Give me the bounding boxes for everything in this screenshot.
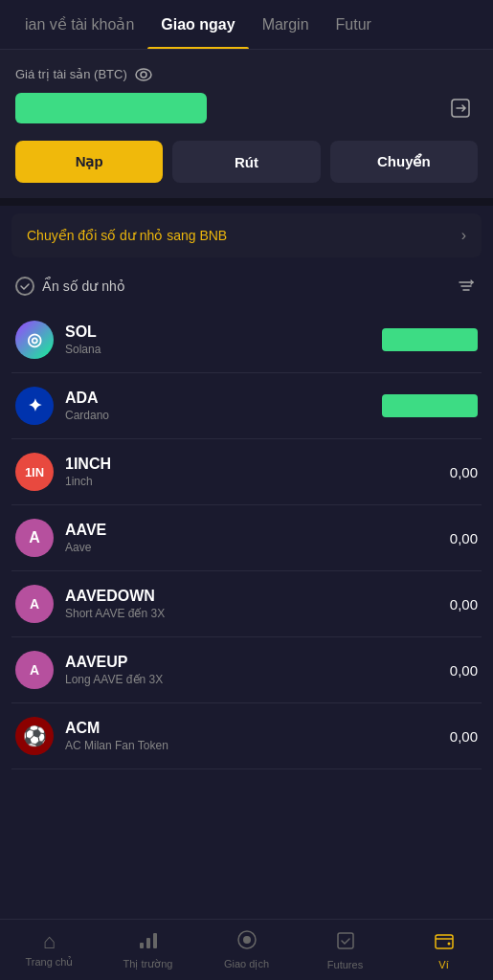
- ada-balance: [382, 394, 478, 417]
- coin-list: ◎ SOL Solana ✦ ADA Cardano 1​IN 1INCH 1i…: [0, 307, 493, 769]
- aaveup-balance: 0,00: [450, 662, 478, 679]
- nav-item-futures[interactable]: Futur: [323, 0, 385, 50]
- convert-banner[interactable]: Chuyển đổi số dư nhỏ sang BNB ›: [11, 213, 482, 257]
- acm-icon: ⚽: [15, 717, 54, 755]
- transfer-button[interactable]: Chuyển: [330, 141, 478, 183]
- ada-icon: ✦: [15, 387, 54, 425]
- top-navigation: ian về tài khoản Giao ngay Margin Futur: [0, 0, 493, 50]
- coin-item-aave[interactable]: A AAVE Aave 0,00: [11, 505, 482, 571]
- hide-small-balance-toggle[interactable]: Ẩn số dư nhỏ: [15, 277, 125, 296]
- acm-symbol: ACM: [65, 720, 450, 737]
- bottom-nav-trade[interactable]: Giao dịch: [197, 920, 296, 980]
- coin-item-aavedown[interactable]: A AAVEDOWN Short AAVE đến 3X 0,00: [11, 571, 482, 637]
- sol-symbol: SOL: [65, 323, 382, 341]
- bottom-navigation: ⌂ Trang chủ Thị trường Giao dịch: [0, 919, 493, 980]
- sol-balance: [382, 328, 478, 351]
- deposit-button[interactable]: Nạp: [15, 141, 163, 183]
- 1inch-info: 1INCH 1inch: [65, 456, 450, 488]
- nav-item-spot[interactable]: Giao ngay: [147, 0, 248, 50]
- eye-icon[interactable]: [135, 68, 152, 81]
- bottom-nav-market[interactable]: Thị trường: [99, 920, 197, 980]
- aaveup-symbol: AAVEUP: [65, 654, 450, 671]
- withdraw-button[interactable]: Rút: [172, 141, 320, 183]
- sol-name: Solana: [65, 343, 382, 356]
- section-divider: [0, 198, 493, 206]
- nav-item-margin[interactable]: Margin: [249, 0, 323, 50]
- trade-icon: [236, 929, 258, 954]
- coin-item-1inch[interactable]: 1​IN 1INCH 1inch 0,00: [11, 439, 482, 505]
- nav-item-account[interactable]: ian về tài khoản: [11, 0, 147, 50]
- aaveup-icon: A: [15, 651, 54, 689]
- market-icon: [138, 929, 159, 954]
- svg-rect-5: [153, 933, 157, 948]
- aavedown-balance: 0,00: [450, 596, 478, 612]
- svg-point-1: [141, 72, 146, 78]
- 1inch-icon: 1​IN: [15, 453, 54, 491]
- home-icon: ⌂: [43, 931, 56, 952]
- svg-point-0: [136, 69, 151, 80]
- aave-name: Aave: [65, 541, 450, 554]
- ada-name: Cardano: [65, 409, 382, 422]
- coin-item-aaveup[interactable]: A AAVEUP Long AAVE đến 3X 0,00: [11, 637, 482, 703]
- aave-symbol: AAVE: [65, 522, 450, 539]
- aavedown-name: Short AAVE đến 3X: [65, 607, 450, 620]
- acm-info: ACM AC Milan Fan Token: [65, 720, 450, 752]
- svg-rect-3: [140, 943, 144, 948]
- convert-text: Chuyển đổi số dư nhỏ sang BNB: [27, 228, 227, 243]
- svg-rect-9: [436, 935, 453, 948]
- aave-info: AAVE Aave: [65, 522, 450, 554]
- wallet-icon: [434, 930, 455, 955]
- ada-info: ADA Cardano: [65, 390, 382, 422]
- asset-label: Giá trị tài sản (BTC): [15, 67, 478, 81]
- aavedown-icon: A: [15, 585, 54, 623]
- history-button[interactable]: [443, 91, 478, 125]
- asset-value-blurred: [15, 93, 207, 123]
- coin-item-sol[interactable]: ◎ SOL Solana: [11, 307, 482, 373]
- checkbox-icon: [15, 277, 34, 296]
- svg-rect-8: [338, 933, 353, 948]
- asset-section: Giá trị tài sản (BTC) Nạp Rút Chuyển: [0, 50, 493, 198]
- aave-balance: 0,00: [450, 530, 478, 546]
- sol-info: SOL Solana: [65, 323, 382, 356]
- svg-rect-4: [146, 938, 150, 948]
- action-buttons: Nạp Rút Chuyển: [15, 141, 478, 183]
- sort-button[interactable]: [455, 275, 478, 298]
- coin-item-ada[interactable]: ✦ ADA Cardano: [11, 373, 482, 439]
- bottom-nav-wallet[interactable]: Ví: [394, 920, 493, 980]
- chevron-right-icon: ›: [461, 227, 466, 244]
- bottom-nav-futures[interactable]: Futures: [296, 920, 394, 980]
- aaveup-info: AAVEUP Long AAVE đến 3X: [65, 654, 450, 686]
- aave-icon: A: [15, 519, 54, 557]
- asset-value-row: [15, 91, 478, 125]
- aavedown-info: AAVEDOWN Short AAVE đến 3X: [65, 588, 450, 620]
- svg-point-10: [447, 942, 450, 945]
- sol-icon: ◎: [15, 321, 54, 359]
- coin-item-acm[interactable]: ⚽ ACM AC Milan Fan Token 0,00: [11, 703, 482, 769]
- bottom-nav-home[interactable]: ⌂ Trang chủ: [0, 920, 99, 980]
- filter-row: Ẩn số dư nhỏ: [0, 265, 493, 307]
- futures-icon: [335, 930, 356, 955]
- 1inch-name: 1inch: [65, 475, 450, 488]
- acm-name: AC Milan Fan Token: [65, 739, 450, 752]
- acm-balance: 0,00: [450, 728, 478, 745]
- 1inch-symbol: 1INCH: [65, 456, 450, 473]
- aaveup-name: Long AAVE đến 3X: [65, 673, 450, 686]
- aavedown-symbol: AAVEDOWN: [65, 588, 450, 605]
- svg-point-7: [243, 936, 251, 944]
- 1inch-balance: 0,00: [450, 464, 478, 480]
- ada-symbol: ADA: [65, 390, 382, 407]
